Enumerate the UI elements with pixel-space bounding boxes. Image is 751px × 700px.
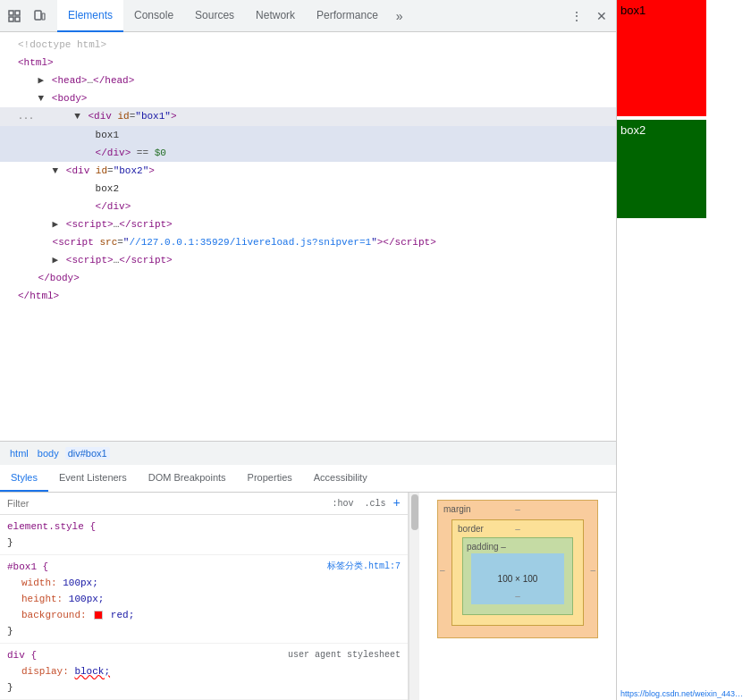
head-arrow[interactable] — [38, 75, 45, 86]
svg-rect-5 — [42, 13, 45, 20]
svg-rect-4 — [35, 11, 41, 20]
tab-performance[interactable]: Performance — [306, 0, 389, 32]
dom-line-div-box1[interactable]: ... <div id="box1"> — [0, 107, 616, 126]
tab-network[interactable]: Network — [245, 0, 306, 32]
script3-arrow[interactable] — [53, 255, 59, 266]
filter-bar: :hov .cls + — [0, 493, 408, 515]
webpage-url: https://blog.csdn.net/weixin_44365862 — [617, 687, 751, 700]
webpage-box2-label: box2 — [620, 123, 646, 137]
dom-line-script2[interactable]: <script src="//127.0.0.1:35929/livereloa… — [0, 233, 616, 251]
body-arrow[interactable] — [38, 93, 45, 104]
tab-elements[interactable]: Elements — [57, 0, 123, 32]
breadcrumb-div-box1[interactable]: div#box1 — [65, 447, 110, 460]
tab-sources[interactable]: Sources — [184, 0, 245, 32]
styles-left: :hov .cls + element.style { } 标签分类.html:… — [0, 493, 409, 700]
dom-line-script1[interactable]: <script>…</script> — [0, 215, 616, 233]
svg-rect-3 — [15, 17, 20, 21]
dom-line-doctype[interactable]: <!doctype html> — [0, 36, 616, 54]
devtools-panel: Elements Console Sources Network Perform… — [0, 0, 617, 700]
tab-event-listeners[interactable]: Event Listeners — [48, 465, 138, 492]
dom-panel[interactable]: <!doctype html> <html> <head>…</head> <b… — [0, 32, 616, 441]
box-model-panel: margin – border – padding – – – — [419, 493, 616, 700]
styles-scrollbar[interactable] — [409, 493, 419, 700]
color-swatch-red[interactable] — [94, 611, 103, 620]
tab-bar-actions: ⋮ ✕ — [566, 5, 612, 27]
dom-line-html-close[interactable]: </html> — [0, 287, 616, 305]
dom-line-body-close[interactable]: </body> — [0, 269, 616, 287]
style-block-div: user agent stylesheet div { display: blo… — [0, 644, 408, 700]
webpage-box1: box1 — [617, 0, 706, 116]
dom-line-script3[interactable]: <script>…</script> — [0, 251, 616, 269]
add-style-button[interactable]: + — [393, 496, 401, 510]
style-block-element: element.style { } — [0, 515, 408, 555]
tab-properties[interactable]: Properties — [237, 465, 303, 492]
dom-line-div-close-box2[interactable]: </div> — [0, 198, 616, 215]
tab-styles[interactable]: Styles — [0, 465, 48, 492]
dom-line-head[interactable]: <head>…</head> — [0, 72, 616, 89]
device-toolbar-icon[interactable] — [29, 5, 50, 27]
webpage-box1-label: box1 — [620, 4, 646, 17]
dom-line-box2-text[interactable]: box2 — [0, 180, 616, 198]
scrollbar-thumb[interactable] — [411, 494, 418, 530]
cls-button[interactable]: .cls — [361, 497, 390, 510]
source-link-box1[interactable]: 标签分类.html:7 — [327, 561, 401, 571]
webpage-panel: box1 box2 https://blog.csdn.net/weixin_4… — [617, 0, 751, 700]
box-model-diagram: margin – border – padding – – – — [437, 500, 598, 638]
dom-line-div-box2-open[interactable]: <div id="box2"> — [0, 162, 616, 180]
script1-arrow[interactable] — [53, 219, 59, 230]
hov-button[interactable]: :hov — [329, 497, 358, 510]
styles-panel: :hov .cls + element.style { } 标签分类.html:… — [0, 493, 616, 700]
box1-arrow[interactable] — [74, 111, 80, 122]
dom-panel-bottom: html body div#box1 Styles Event Listener… — [0, 441, 616, 700]
inspect-icon[interactable] — [4, 5, 25, 27]
breadcrumb-html[interactable]: html — [7, 447, 31, 460]
tab-bar: Elements Console Sources Network Perform… — [0, 0, 616, 32]
box2-arrow[interactable] — [53, 165, 59, 176]
dom-line-div-close-box1[interactable]: </div> == $0 — [0, 144, 616, 162]
bottom-tab-bar: Styles Event Listeners DOM Breakpoints P… — [0, 465, 616, 493]
style-block-box1: 标签分类.html:7 #box1 { width: 100px; height… — [0, 555, 408, 644]
tab-console[interactable]: Console — [123, 0, 184, 32]
svg-rect-0 — [9, 11, 13, 15]
breadcrumb: html body div#box1 — [0, 441, 616, 465]
close-devtools-button[interactable]: ✕ — [591, 5, 612, 27]
settings-icon[interactable]: ⋮ — [566, 5, 587, 27]
dom-line-html[interactable]: <html> — [0, 54, 616, 72]
dom-line-body-open[interactable]: <body> — [0, 89, 616, 107]
filter-input[interactable] — [7, 498, 325, 509]
tab-bar-icons — [4, 5, 50, 27]
tab-dom-breakpoints[interactable]: DOM Breakpoints — [138, 465, 237, 492]
breadcrumb-body[interactable]: body — [35, 447, 62, 460]
tab-accessibility[interactable]: Accessibility — [303, 465, 378, 492]
dom-line-box1-text[interactable]: box1 — [0, 126, 616, 144]
svg-rect-2 — [9, 17, 13, 21]
more-tabs-button[interactable]: » — [389, 9, 410, 23]
webpage-box2: box2 — [617, 120, 706, 218]
svg-rect-1 — [15, 11, 20, 15]
